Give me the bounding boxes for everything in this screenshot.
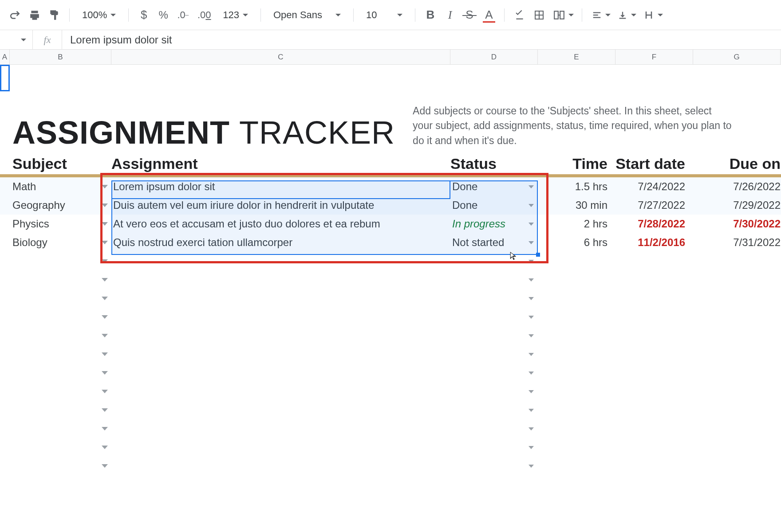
subject-dropdown[interactable] — [98, 203, 111, 207]
percent-button[interactable]: % — [154, 6, 172, 24]
cell-subject[interactable]: Biology — [12, 236, 98, 249]
subject-dropdown[interactable] — [98, 185, 111, 188]
bold-button[interactable]: B — [422, 6, 439, 24]
cell-due-date[interactable]: 7/31/2022 — [693, 236, 781, 249]
cell-status[interactable]: Done — [450, 180, 525, 193]
subject-dropdown[interactable] — [98, 222, 111, 226]
text-wrap-button[interactable] — [640, 6, 665, 24]
spreadsheet-grid[interactable]: ASSIGNMENT TRACKER Add subjects or cours… — [0, 65, 781, 475]
cell-status[interactable]: In progress — [450, 218, 525, 230]
table-row-empty[interactable] — [0, 326, 781, 345]
status-dropdown[interactable] — [525, 316, 538, 319]
status-dropdown[interactable] — [525, 372, 538, 375]
table-row-empty[interactable] — [0, 419, 781, 438]
cell-assignment[interactable]: At vero eos et accusam et justo duo dolo… — [111, 218, 450, 230]
status-dropdown[interactable] — [525, 278, 538, 282]
status-dropdown[interactable] — [525, 297, 538, 300]
subject-dropdown[interactable] — [98, 427, 111, 430]
table-row-empty[interactable] — [0, 457, 781, 475]
col-header-D[interactable]: D — [450, 50, 538, 64]
table-row-empty[interactable] — [0, 252, 781, 270]
subject-dropdown[interactable] — [98, 390, 111, 393]
fill-color-button[interactable] — [511, 6, 529, 24]
subject-dropdown[interactable] — [98, 408, 111, 412]
vertical-align-button[interactable] — [614, 6, 638, 24]
col-header-E[interactable]: E — [538, 50, 615, 64]
name-box[interactable] — [0, 30, 33, 49]
horizontal-align-button[interactable] — [588, 6, 612, 24]
col-header-C[interactable]: C — [111, 50, 450, 64]
formula-input[interactable]: Lorem ipsum dolor sit — [62, 34, 781, 46]
font-size-select[interactable]: 10 — [360, 6, 409, 24]
cell-subject[interactable]: Geography — [12, 199, 98, 211]
subject-dropdown[interactable] — [98, 446, 111, 449]
increase-decimal-button[interactable]: .00 — [193, 6, 215, 24]
table-row-empty[interactable] — [0, 289, 781, 308]
cell-assignment[interactable]: Lorem ipsum dolor sit — [111, 180, 450, 193]
cell-subject[interactable]: Physics — [12, 218, 98, 230]
cell-assignment[interactable]: Duis autem vel eum iriure dolor in hendr… — [111, 199, 450, 211]
status-dropdown[interactable] — [525, 260, 538, 263]
cell-due-date[interactable]: 7/26/2022 — [693, 180, 781, 193]
col-header-A[interactable]: A — [0, 50, 10, 64]
redo-button[interactable] — [6, 6, 24, 24]
print-button[interactable] — [26, 6, 43, 24]
subject-dropdown[interactable] — [98, 259, 111, 263]
table-row-empty[interactable] — [0, 308, 781, 326]
table-row-empty[interactable] — [0, 438, 781, 457]
cell-time[interactable]: 6 hrs — [538, 236, 615, 249]
cell-start-date[interactable]: 7/27/2022 — [615, 199, 693, 211]
cell-status[interactable]: Done — [450, 199, 525, 211]
subject-dropdown[interactable] — [98, 241, 111, 244]
table-row-empty[interactable] — [0, 401, 781, 419]
selection-handle[interactable] — [536, 253, 540, 257]
status-dropdown[interactable] — [525, 446, 538, 449]
status-dropdown[interactable] — [525, 390, 538, 393]
cell-assignment[interactable]: Quis nostrud exerci tation ullamcorper — [111, 236, 450, 249]
table-row[interactable]: MathLorem ipsum dolor sitDone1.5 hrs7/24… — [0, 177, 781, 196]
cell-start-date[interactable]: 7/24/2022 — [615, 180, 693, 193]
cell-time[interactable]: 2 hrs — [538, 218, 615, 230]
status-dropdown[interactable] — [525, 465, 538, 468]
status-dropdown[interactable] — [525, 334, 538, 337]
cell-due-date[interactable]: 7/29/2022 — [693, 199, 781, 211]
status-dropdown[interactable] — [525, 409, 538, 412]
cell-time[interactable]: 30 min — [538, 199, 615, 211]
cell-status[interactable]: Not started — [450, 236, 525, 249]
subject-dropdown[interactable] — [98, 334, 111, 337]
paint-format-button[interactable] — [45, 6, 63, 24]
subject-dropdown[interactable] — [98, 297, 111, 300]
currency-button[interactable]: $ — [135, 6, 153, 24]
status-dropdown[interactable] — [525, 223, 538, 226]
table-row-empty[interactable] — [0, 270, 781, 289]
text-color-button[interactable]: A — [480, 6, 498, 24]
status-dropdown[interactable] — [525, 241, 538, 244]
subject-dropdown[interactable] — [98, 464, 111, 468]
borders-button[interactable] — [530, 6, 548, 24]
strikethrough-button[interactable]: S — [461, 6, 478, 24]
status-dropdown[interactable] — [525, 353, 538, 356]
table-row-empty[interactable] — [0, 345, 781, 364]
col-header-F[interactable]: F — [615, 50, 693, 64]
col-header-G[interactable]: G — [693, 50, 781, 64]
table-row[interactable]: BiologyQuis nostrud exerci tation ullamc… — [0, 233, 781, 252]
table-row[interactable]: PhysicsAt vero eos et accusam et justo d… — [0, 215, 781, 233]
more-formats-select[interactable]: 123 — [217, 6, 254, 24]
cell-time[interactable]: 1.5 hrs — [538, 180, 615, 193]
font-select[interactable]: Open Sans — [267, 6, 347, 24]
status-dropdown[interactable] — [525, 185, 538, 188]
cell-start-date[interactable]: 7/28/2022 — [615, 218, 693, 230]
subject-dropdown[interactable] — [98, 352, 111, 356]
decrease-decimal-button[interactable]: .0_ — [174, 6, 192, 24]
subject-dropdown[interactable] — [98, 278, 111, 282]
cell-subject[interactable]: Math — [12, 180, 98, 193]
cell-start-date[interactable]: 11/2/2016 — [615, 236, 693, 249]
subject-dropdown[interactable] — [98, 315, 111, 319]
status-dropdown[interactable] — [525, 204, 538, 207]
merge-cells-button[interactable] — [550, 6, 576, 24]
table-row-empty[interactable] — [0, 382, 781, 401]
status-dropdown[interactable] — [525, 427, 538, 430]
italic-button[interactable]: I — [441, 6, 459, 24]
subject-dropdown[interactable] — [98, 371, 111, 375]
table-row[interactable]: GeographyDuis autem vel eum iriure dolor… — [0, 196, 781, 215]
